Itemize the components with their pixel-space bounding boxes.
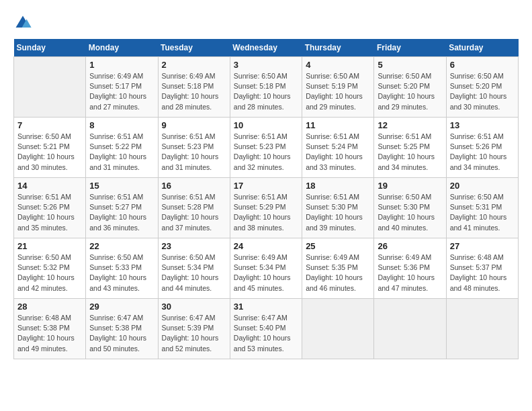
day-number: 11	[306, 120, 370, 130]
calendar-cell: 31Sunrise: 6:47 AMSunset: 5:40 PMDayligh…	[230, 299, 302, 359]
day-number: 2	[162, 60, 226, 70]
day-number: 14	[17, 181, 82, 191]
calendar-week-row: 1Sunrise: 6:49 AMSunset: 5:17 PMDaylight…	[14, 57, 519, 118]
calendar-cell: 17Sunrise: 6:51 AMSunset: 5:29 PMDayligh…	[230, 178, 302, 238]
calendar-table: SundayMondayTuesdayWednesdayThursdayFrid…	[13, 39, 519, 359]
day-number: 16	[162, 181, 226, 191]
page-header	[13, 13, 519, 32]
day-number: 12	[378, 120, 442, 130]
day-number: 21	[17, 241, 82, 251]
day-number: 28	[17, 302, 82, 312]
day-info: Sunrise: 6:49 AMSunset: 5:17 PMDaylight:…	[89, 71, 154, 112]
calendar-cell: 30Sunrise: 6:47 AMSunset: 5:39 PMDayligh…	[158, 299, 230, 359]
logo-icon	[13, 13, 32, 32]
day-number: 24	[234, 241, 298, 251]
day-number: 30	[162, 302, 226, 312]
day-number: 31	[234, 302, 298, 312]
calendar-cell: 14Sunrise: 6:51 AMSunset: 5:26 PMDayligh…	[14, 178, 86, 238]
calendar-cell: 2Sunrise: 6:49 AMSunset: 5:18 PMDaylight…	[158, 57, 230, 118]
day-number: 26	[378, 241, 442, 251]
day-info: Sunrise: 6:51 AMSunset: 5:27 PMDaylight:…	[89, 192, 154, 233]
day-number: 7	[17, 120, 82, 130]
day-number: 17	[234, 181, 298, 191]
day-of-week-header: Friday	[374, 39, 446, 57]
day-info: Sunrise: 6:51 AMSunset: 5:22 PMDaylight:…	[89, 132, 154, 173]
day-info: Sunrise: 6:51 AMSunset: 5:24 PMDaylight:…	[306, 132, 370, 173]
day-info: Sunrise: 6:51 AMSunset: 5:23 PMDaylight:…	[162, 132, 226, 173]
calendar-week-row: 14Sunrise: 6:51 AMSunset: 5:26 PMDayligh…	[14, 178, 519, 238]
calendar-cell: 19Sunrise: 6:50 AMSunset: 5:30 PMDayligh…	[374, 178, 446, 238]
day-info: Sunrise: 6:47 AMSunset: 5:38 PMDaylight:…	[89, 313, 154, 354]
day-number: 15	[89, 181, 154, 191]
day-number: 25	[306, 241, 370, 251]
day-of-week-header: Saturday	[446, 39, 518, 57]
day-info: Sunrise: 6:50 AMSunset: 5:31 PMDaylight:…	[450, 192, 515, 233]
calendar-cell: 1Sunrise: 6:49 AMSunset: 5:17 PMDaylight…	[86, 57, 158, 118]
day-info: Sunrise: 6:50 AMSunset: 5:21 PMDaylight:…	[17, 132, 82, 173]
day-of-week-header: Tuesday	[158, 39, 230, 57]
calendar-cell: 6Sunrise: 6:50 AMSunset: 5:20 PMDaylight…	[446, 57, 518, 118]
calendar-cell: 18Sunrise: 6:51 AMSunset: 5:30 PMDayligh…	[302, 178, 374, 238]
calendar-cell: 21Sunrise: 6:50 AMSunset: 5:32 PMDayligh…	[14, 238, 86, 299]
day-info: Sunrise: 6:49 AMSunset: 5:36 PMDaylight:…	[378, 253, 442, 293]
calendar-week-row: 21Sunrise: 6:50 AMSunset: 5:32 PMDayligh…	[14, 238, 519, 299]
day-number: 10	[234, 120, 298, 130]
calendar-cell: 9Sunrise: 6:51 AMSunset: 5:23 PMDaylight…	[158, 118, 230, 178]
day-number: 19	[378, 181, 442, 191]
day-number: 8	[89, 120, 154, 130]
day-number: 3	[234, 60, 298, 70]
day-info: Sunrise: 6:50 AMSunset: 5:34 PMDaylight:…	[162, 253, 226, 293]
day-info: Sunrise: 6:51 AMSunset: 5:28 PMDaylight:…	[162, 192, 226, 233]
day-of-week-header: Monday	[86, 39, 158, 57]
calendar-cell: 24Sunrise: 6:49 AMSunset: 5:34 PMDayligh…	[230, 238, 302, 299]
calendar-cell	[446, 299, 518, 359]
day-of-week-header: Thursday	[302, 39, 374, 57]
day-info: Sunrise: 6:50 AMSunset: 5:20 PMDaylight:…	[378, 71, 442, 112]
day-number: 27	[450, 241, 515, 251]
logo	[13, 13, 35, 32]
day-of-week-header: Wednesday	[230, 39, 302, 57]
calendar-cell: 29Sunrise: 6:47 AMSunset: 5:38 PMDayligh…	[86, 299, 158, 359]
day-info: Sunrise: 6:51 AMSunset: 5:25 PMDaylight:…	[378, 132, 442, 173]
calendar-cell: 3Sunrise: 6:50 AMSunset: 5:18 PMDaylight…	[230, 57, 302, 118]
calendar-cell: 25Sunrise: 6:49 AMSunset: 5:35 PMDayligh…	[302, 238, 374, 299]
day-info: Sunrise: 6:48 AMSunset: 5:37 PMDaylight:…	[450, 253, 515, 293]
calendar-cell: 28Sunrise: 6:48 AMSunset: 5:38 PMDayligh…	[14, 299, 86, 359]
calendar-cell: 27Sunrise: 6:48 AMSunset: 5:37 PMDayligh…	[446, 238, 518, 299]
calendar-cell: 4Sunrise: 6:50 AMSunset: 5:19 PMDaylight…	[302, 57, 374, 118]
calendar-week-row: 7Sunrise: 6:50 AMSunset: 5:21 PMDaylight…	[14, 118, 519, 178]
day-number: 20	[450, 181, 515, 191]
day-info: Sunrise: 6:50 AMSunset: 5:30 PMDaylight:…	[378, 192, 442, 233]
day-info: Sunrise: 6:49 AMSunset: 5:18 PMDaylight:…	[162, 71, 226, 112]
calendar-cell	[14, 57, 86, 118]
day-info: Sunrise: 6:51 AMSunset: 5:26 PMDaylight:…	[450, 132, 515, 173]
day-info: Sunrise: 6:49 AMSunset: 5:35 PMDaylight:…	[306, 253, 370, 293]
calendar-week-row: 28Sunrise: 6:48 AMSunset: 5:38 PMDayligh…	[14, 299, 519, 359]
day-number: 4	[306, 60, 370, 70]
calendar-cell: 15Sunrise: 6:51 AMSunset: 5:27 PMDayligh…	[86, 178, 158, 238]
day-number: 9	[162, 120, 226, 130]
day-info: Sunrise: 6:51 AMSunset: 5:26 PMDaylight:…	[17, 192, 82, 233]
day-info: Sunrise: 6:47 AMSunset: 5:40 PMDaylight:…	[234, 313, 298, 354]
calendar-cell: 16Sunrise: 6:51 AMSunset: 5:28 PMDayligh…	[158, 178, 230, 238]
calendar-cell	[374, 299, 446, 359]
calendar-cell: 22Sunrise: 6:50 AMSunset: 5:33 PMDayligh…	[86, 238, 158, 299]
day-number: 13	[450, 120, 515, 130]
day-info: Sunrise: 6:51 AMSunset: 5:29 PMDaylight:…	[234, 192, 298, 233]
day-of-week-header: Sunday	[14, 39, 86, 57]
day-number: 5	[378, 60, 442, 70]
calendar-cell: 26Sunrise: 6:49 AMSunset: 5:36 PMDayligh…	[374, 238, 446, 299]
day-number: 1	[89, 60, 154, 70]
calendar-cell: 13Sunrise: 6:51 AMSunset: 5:26 PMDayligh…	[446, 118, 518, 178]
day-number: 22	[89, 241, 154, 251]
day-info: Sunrise: 6:50 AMSunset: 5:33 PMDaylight:…	[89, 253, 154, 293]
calendar-cell: 8Sunrise: 6:51 AMSunset: 5:22 PMDaylight…	[86, 118, 158, 178]
day-number: 6	[450, 60, 515, 70]
day-info: Sunrise: 6:50 AMSunset: 5:32 PMDaylight:…	[17, 253, 82, 293]
day-number: 23	[162, 241, 226, 251]
calendar-cell: 7Sunrise: 6:50 AMSunset: 5:21 PMDaylight…	[14, 118, 86, 178]
day-info: Sunrise: 6:50 AMSunset: 5:20 PMDaylight:…	[450, 71, 515, 112]
calendar-cell: 12Sunrise: 6:51 AMSunset: 5:25 PMDayligh…	[374, 118, 446, 178]
day-number: 18	[306, 181, 370, 191]
calendar-cell: 20Sunrise: 6:50 AMSunset: 5:31 PMDayligh…	[446, 178, 518, 238]
